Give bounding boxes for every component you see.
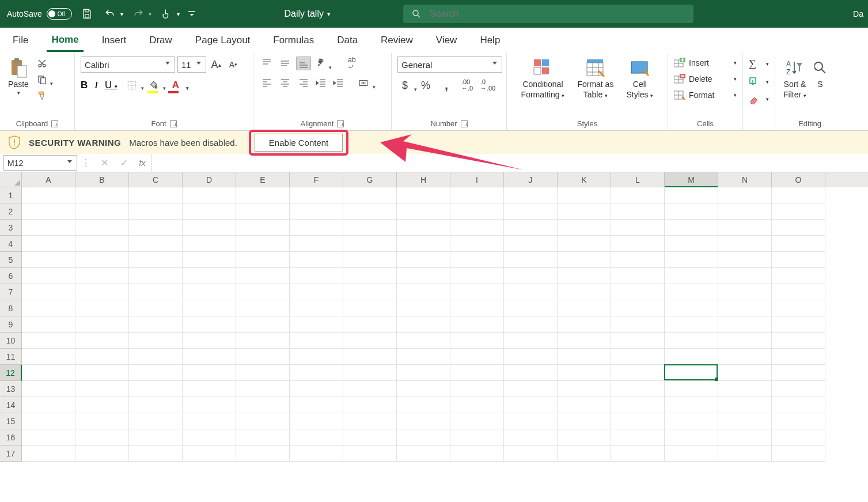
cell[interactable] [129,284,183,300]
cell[interactable] [772,349,825,365]
cell[interactable] [75,284,129,300]
conditional-formatting-button[interactable]: Conditional Formatting ▾ [519,56,567,100]
row-header[interactable]: 12 [0,365,22,381]
column-header[interactable]: A [22,172,75,187]
cell[interactable] [611,203,665,220]
cell[interactable] [343,316,397,333]
cell[interactable] [611,381,665,397]
cell[interactable] [129,316,183,333]
enable-content-button[interactable]: Enable Content [255,134,343,152]
cell[interactable] [772,220,825,236]
row-header[interactable]: 14 [0,397,22,413]
select-all-corner[interactable] [0,172,22,187]
enter-formula-icon[interactable]: ✓ [114,154,134,172]
cell[interactable] [75,236,129,252]
cell[interactable] [611,284,665,300]
cell[interactable] [772,268,825,284]
cell[interactable] [22,300,75,316]
cell[interactable] [558,220,611,236]
cell[interactable] [183,252,236,268]
cancel-formula-icon[interactable]: ✕ [94,154,114,172]
cell[interactable] [397,268,450,284]
tab-draw[interactable]: Draw [145,30,177,51]
cell[interactable] [772,316,825,333]
cell[interactable] [343,349,397,365]
tab-formulas[interactable]: Formulas [268,30,319,51]
cell[interactable] [772,203,825,220]
cell[interactable] [718,429,772,446]
cell[interactable] [236,300,290,316]
row-header[interactable]: 5 [0,252,22,268]
cell[interactable] [558,203,611,220]
cell[interactable] [718,236,772,252]
cell[interactable] [611,236,665,252]
cell[interactable] [504,236,558,252]
cell[interactable] [75,220,129,236]
cell[interactable] [22,429,75,446]
cell[interactable] [772,187,825,203]
align-left-icon[interactable] [259,76,274,90]
cell[interactable] [558,349,611,365]
cell[interactable] [397,349,450,365]
cell[interactable] [343,333,397,349]
cell[interactable] [129,268,183,284]
cell[interactable] [290,349,343,365]
cell[interactable] [183,316,236,333]
increase-font-icon[interactable]: A▴ [209,58,223,71]
sort-filter-button[interactable]: AZ Sort & Filter ▾ [781,56,809,100]
row-header[interactable]: 4 [0,236,22,252]
cell[interactable] [504,252,558,268]
cell[interactable] [558,300,611,316]
row-header[interactable]: 16 [0,429,22,446]
cell[interactable] [772,429,825,446]
cell[interactable] [450,349,504,365]
italic-button[interactable]: I [94,80,98,91]
cut-icon[interactable] [35,56,50,70]
cell[interactable] [236,333,290,349]
cell[interactable] [75,252,129,268]
cell[interactable] [290,236,343,252]
cell[interactable] [718,316,772,333]
cell[interactable] [343,365,397,381]
fx-icon[interactable]: fx [134,154,151,172]
cell[interactable] [75,397,129,413]
tab-data[interactable]: Data [332,30,362,51]
cell[interactable] [397,429,450,446]
fill-color-icon[interactable]: ▾ [146,78,161,92]
cell[interactable] [558,397,611,413]
column-header[interactable]: B [75,172,129,187]
cell[interactable] [129,236,183,252]
cell[interactable] [665,236,718,252]
row-header[interactable]: 8 [0,300,22,316]
cell[interactable] [450,397,504,413]
alignment-dialog-launcher[interactable] [337,120,344,127]
row-header[interactable]: 6 [0,268,22,284]
row-header[interactable]: 2 [0,203,22,220]
cell[interactable] [343,446,397,462]
cell[interactable] [290,316,343,333]
cell[interactable] [183,365,236,381]
cell[interactable] [22,252,75,268]
cell[interactable] [129,333,183,349]
cell[interactable] [22,397,75,413]
cell[interactable] [558,429,611,446]
cell[interactable] [290,268,343,284]
cell[interactable] [22,333,75,349]
cell[interactable] [343,220,397,236]
search-box[interactable] [403,5,693,23]
cell[interactable] [236,413,290,429]
fill-button[interactable]: ▾ [749,76,769,88]
cell[interactable] [22,349,75,365]
cell[interactable] [183,349,236,365]
cell[interactable] [129,187,183,203]
cell[interactable] [22,187,75,203]
cell[interactable] [504,365,558,381]
cell[interactable] [611,187,665,203]
cell[interactable] [290,220,343,236]
cell[interactable] [290,381,343,397]
cell[interactable] [75,349,129,365]
cell[interactable] [397,365,450,381]
cell[interactable] [129,252,183,268]
cell[interactable] [129,300,183,316]
tab-view[interactable]: View [431,30,462,51]
